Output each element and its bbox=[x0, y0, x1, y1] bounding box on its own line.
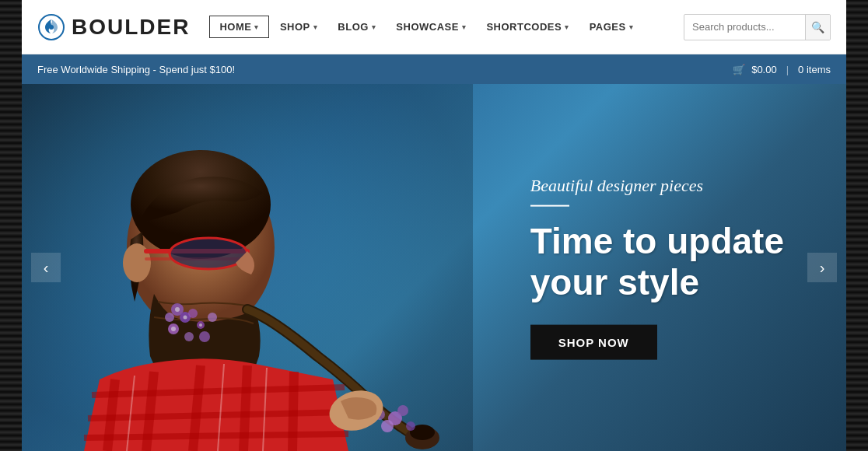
nav-shortcodes[interactable]: SHORTCODES ▾ bbox=[477, 16, 578, 37]
nav-showcase[interactable]: SHOWCASE ▾ bbox=[387, 16, 475, 37]
left-texture bbox=[0, 0, 22, 451]
svg-point-18 bbox=[199, 331, 210, 342]
svg-point-1 bbox=[49, 25, 54, 30]
svg-point-26 bbox=[397, 405, 408, 416]
svg-point-9 bbox=[170, 238, 247, 269]
hero-content: Beautiful designer pieces Time to update… bbox=[530, 176, 784, 360]
svg-point-20 bbox=[184, 316, 187, 320]
chevron-down-icon: ▾ bbox=[565, 23, 569, 31]
search-button[interactable]: 🔍 bbox=[805, 14, 830, 40]
hero-divider bbox=[530, 205, 569, 207]
page-wrapper: BOULDER HOME ▾ SHOP ▾ BLOG ▾ SHOWCASE bbox=[0, 0, 868, 451]
shop-now-button[interactable]: Shop Now bbox=[530, 324, 657, 359]
right-texture bbox=[846, 0, 868, 451]
hero-slider: Beautiful designer pieces Time to update… bbox=[22, 84, 846, 451]
promo-message: Free Worldwide Shipping - Spend just $10… bbox=[37, 64, 235, 75]
main-nav: HOME ▾ SHOP ▾ BLOG ▾ SHOWCASE ▾ SHORTCOD… bbox=[209, 16, 684, 38]
chevron-left-icon: ‹ bbox=[44, 259, 49, 277]
search-input[interactable] bbox=[684, 21, 805, 33]
chevron-down-icon: ▾ bbox=[629, 23, 634, 31]
promo-bar: Free Worldwide Shipping - Spend just $10… bbox=[22, 54, 846, 84]
svg-point-19 bbox=[175, 307, 180, 312]
site-container: BOULDER HOME ▾ SHOP ▾ BLOG ▾ SHOWCASE bbox=[22, 0, 846, 451]
slider-next-button[interactable]: › bbox=[807, 253, 837, 282]
chevron-down-icon: ▾ bbox=[254, 23, 259, 31]
chevron-down-icon: ▾ bbox=[462, 23, 467, 31]
svg-point-14 bbox=[188, 309, 198, 318]
svg-point-11 bbox=[165, 313, 174, 322]
svg-point-28 bbox=[406, 421, 415, 431]
cart-item-count: 0 items bbox=[798, 64, 831, 75]
hero-person-svg bbox=[22, 84, 473, 451]
nav-shop[interactable]: SHOP ▾ bbox=[271, 16, 327, 37]
slider-prev-button[interactable]: ‹ bbox=[31, 253, 61, 282]
svg-point-16 bbox=[208, 313, 217, 322]
cart-area[interactable]: 🛒 $0.00 | 0 items bbox=[733, 64, 831, 75]
svg-point-22 bbox=[199, 323, 202, 327]
cart-icon: 🛒 bbox=[733, 64, 745, 75]
chevron-down-icon: ▾ bbox=[372, 23, 376, 31]
svg-point-27 bbox=[381, 420, 394, 432]
logo-icon bbox=[37, 13, 65, 41]
hero-subtitle: Beautiful designer pieces bbox=[530, 176, 784, 196]
hero-image bbox=[22, 84, 475, 451]
chevron-right-icon: › bbox=[820, 259, 825, 277]
nav-pages[interactable]: PAGES ▾ bbox=[580, 16, 643, 37]
search-icon: 🔍 bbox=[811, 21, 824, 33]
svg-point-21 bbox=[171, 327, 176, 331]
cart-amount: $0.00 bbox=[751, 64, 777, 75]
hero-title: Time to update your style bbox=[530, 221, 784, 303]
nav-home[interactable]: HOME ▾ bbox=[209, 16, 269, 38]
logo-text: BOULDER bbox=[72, 15, 190, 40]
nav-blog[interactable]: BLOG ▾ bbox=[328, 16, 385, 37]
svg-line-37 bbox=[84, 434, 348, 438]
search-box: 🔍 bbox=[684, 14, 831, 40]
header: BOULDER HOME ▾ SHOP ▾ BLOG ▾ SHOWCASE bbox=[22, 0, 846, 54]
logo[interactable]: BOULDER bbox=[37, 13, 190, 41]
chevron-down-icon: ▾ bbox=[313, 23, 318, 31]
svg-point-17 bbox=[184, 332, 194, 341]
